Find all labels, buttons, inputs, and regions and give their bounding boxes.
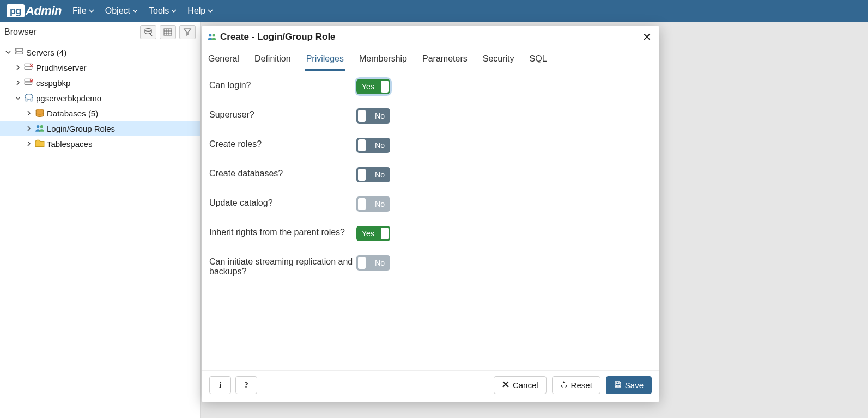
reset-button[interactable]: Reset [552,376,600,394]
elephant-icon [24,93,34,103]
browser-title: Browser [4,27,37,37]
menu-object[interactable]: Object [105,6,138,16]
tree-server-1[interactable]: Prudhviserver [0,60,200,75]
toggle-knob [358,110,366,122]
recycle-icon [560,380,568,390]
chevron-down-icon [171,8,177,14]
tree-tablespaces-label: Tablespaces [47,139,92,149]
privilege-toggle[interactable]: No [356,108,390,124]
svg-point-16 [40,125,43,128]
tree-server-3[interactable]: pgserverbkpdemo [0,90,200,106]
chevron-right-icon [14,65,22,70]
privilege-label: Create databases? [209,167,356,179]
tab-definition[interactable]: Definition [253,47,292,71]
query-tool-button[interactable] [140,25,156,39]
tree-server-2[interactable]: csspgbkp [0,75,200,90]
browser-tree: Servers (4) Prudhviserver csspgbkp pgser… [0,42,200,153]
question-icon: ? [244,380,248,390]
toggle-value: No [375,141,385,150]
server-disconnected-icon [24,63,34,72]
toggle-knob [358,139,366,151]
toggle-value: No [375,259,385,267]
save-button[interactable]: Save [606,376,652,394]
tree-servers[interactable]: Servers (4) [0,45,200,60]
privilege-row: Inherit rights from the parent roles?Yes [209,226,652,241]
svg-point-9 [16,52,17,53]
filter-button[interactable] [179,25,196,39]
tree-tablespaces[interactable]: Tablespaces [0,136,200,151]
privilege-toggle: No [356,196,390,212]
menu-help[interactable]: Help [187,6,213,16]
tab-general[interactable]: General [207,47,240,71]
dialog-title: Create - Login/Group Role [207,32,336,42]
privilege-toggle[interactable]: No [356,138,390,153]
tab-parameters[interactable]: Parameters [421,47,469,71]
server-disconnected-icon [24,78,34,88]
group-roles-icon [207,32,217,42]
reset-label: Reset [571,380,592,390]
tree-login-roles[interactable]: Login/Group Roles [0,121,200,136]
chevron-down-icon [208,8,213,14]
svg-rect-13 [25,82,32,85]
save-icon [614,380,622,390]
tree-server-2-label: csspgbkp [36,78,70,88]
privilege-row: Can initiate streaming replication and b… [209,255,652,276]
tree-server-3-label: pgserverbkpdemo [36,94,101,103]
chevron-right-icon [25,126,33,131]
toggle-value: Yes [362,82,374,91]
menu-file[interactable]: File [72,6,94,16]
svg-point-17 [209,34,211,36]
servers-icon [14,47,24,57]
svg-rect-11 [25,67,32,70]
privilege-label: Update catalog? [209,196,356,208]
close-icon[interactable]: ✕ [642,30,652,44]
cancel-label: Cancel [513,380,538,390]
dialog-title-text: Create - Login/Group Role [220,32,336,42]
privilege-toggle[interactable]: No [356,167,390,182]
svg-point-15 [37,125,39,128]
chevron-right-icon [25,110,33,116]
tab-sql[interactable]: SQL [529,47,548,71]
tab-privileges[interactable]: Privileges [305,47,345,71]
browser-header: Browser [0,22,200,42]
privilege-toggle[interactable]: Yes [356,226,390,241]
menu-tools[interactable]: Tools [149,6,177,16]
privilege-row: Create databases?No [209,167,652,182]
toggle-value: Yes [362,229,374,238]
menu-tools-label: Tools [149,6,169,16]
logo-pg: pg [7,4,25,17]
help-button[interactable]: ? [235,376,257,394]
svg-rect-1 [164,29,172,35]
dialog-header: Create - Login/Group Role ✕ [202,26,659,47]
dialog-footer: i ? Cancel Reset Save [202,370,659,402]
group-roles-icon [35,124,45,133]
toggle-knob [358,169,366,181]
privilege-label: Superuser? [209,108,356,120]
toggle-value: No [375,200,385,208]
tab-security[interactable]: Security [482,47,515,71]
dialog-tabs: General Definition Privileges Membership… [202,47,659,71]
cancel-button[interactable]: Cancel [494,376,547,394]
save-label: Save [625,380,644,390]
chevron-right-icon [14,80,22,85]
tree-servers-label: Servers (4) [26,48,66,57]
tree-databases[interactable]: Databases (5) [0,106,200,121]
info-button[interactable]: i [209,376,231,394]
folder-icon [35,139,45,149]
toggle-knob [381,228,389,239]
privilege-row: Can login?Yes [209,79,652,94]
database-icon [35,108,45,118]
toggle-knob [358,257,366,269]
menu-file-label: File [72,6,87,16]
privilege-label: Inherit rights from the parent roles? [209,226,356,237]
browser-toolbar [140,25,196,39]
privilege-row: Superuser?No [209,108,652,124]
tab-membership[interactable]: Membership [358,47,408,71]
privilege-label: Can login? [209,79,356,90]
svg-point-18 [213,34,215,36]
view-data-button[interactable] [160,25,176,39]
privilege-label: Create roles? [209,138,356,149]
toggle-value: No [375,112,385,120]
chevron-down-icon [14,95,22,101]
privilege-toggle[interactable]: Yes [356,79,390,94]
